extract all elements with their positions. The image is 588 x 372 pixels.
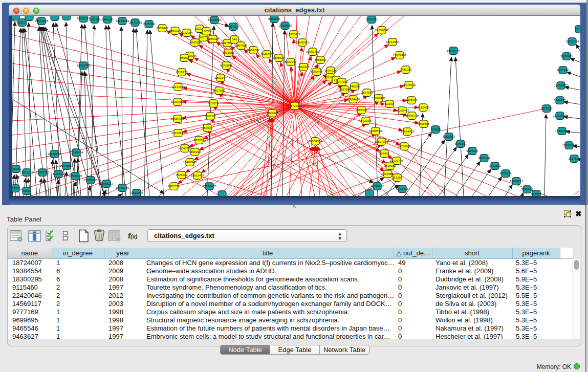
svg-text:17957255: 17957255 (84, 179, 98, 182)
svg-text:8471676: 8471676 (499, 172, 512, 175)
svg-text:10046766: 10046766 (178, 147, 192, 150)
svg-text:16120746: 16120746 (390, 159, 404, 162)
svg-text:9860124: 9860124 (169, 29, 181, 32)
svg-text:12093872: 12093872 (554, 84, 568, 87)
svg-text:18107554: 18107554 (171, 100, 185, 103)
svg-text:3824554: 3824554 (361, 91, 373, 94)
svg-text:924565: 924565 (531, 192, 542, 195)
svg-text:9242848: 9242848 (220, 64, 232, 67)
svg-text:9457791: 9457791 (168, 185, 180, 188)
svg-text:14136141: 14136141 (371, 185, 384, 188)
svg-text:9245652: 9245652 (521, 188, 533, 191)
svg-text:9474444: 9474444 (466, 149, 478, 152)
svg-text:17240: 17240 (291, 104, 299, 107)
svg-text:15751074: 15751074 (565, 40, 579, 43)
svg-text:16782759: 16782759 (116, 186, 129, 189)
svg-text:7357224: 7357224 (227, 25, 239, 28)
svg-text:16154838: 16154838 (375, 29, 389, 32)
svg-text:98961: 98961 (180, 56, 189, 59)
svg-text:9777169: 9777169 (336, 80, 348, 83)
svg-text:7485063: 7485063 (400, 68, 412, 71)
svg-text:746266: 746266 (350, 85, 360, 88)
svg-text:887833: 887833 (194, 139, 205, 142)
svg-text:9146821: 9146821 (260, 53, 273, 56)
svg-text:1588520: 1588520 (273, 56, 285, 59)
svg-text:1562615: 1562615 (297, 65, 310, 69)
svg-text:1733426: 1733426 (396, 187, 408, 190)
svg-text:6966160: 6966160 (101, 18, 114, 21)
svg-text:2803144: 2803144 (214, 76, 227, 79)
svg-text:12213369: 12213369 (171, 85, 185, 89)
svg-text:1527602: 1527602 (89, 18, 101, 21)
svg-text:453594: 453594 (202, 126, 213, 129)
svg-text:8322037: 8322037 (285, 60, 297, 63)
svg-text:20364436: 20364436 (346, 98, 360, 101)
svg-text:20975857: 20975857 (60, 164, 74, 167)
svg-text:18640910: 18640910 (296, 41, 310, 44)
svg-text:6990448: 6990448 (311, 70, 323, 73)
svg-text:11923446: 11923446 (130, 191, 144, 194)
svg-text:9463627: 9463627 (405, 99, 418, 102)
svg-text:2867608: 2867608 (235, 44, 247, 47)
svg-text:10973493: 10973493 (393, 54, 407, 57)
svg-text:19166825: 19166825 (171, 132, 185, 135)
svg-text:19384554: 19384554 (309, 140, 322, 143)
svg-text:16033809: 16033809 (208, 18, 222, 21)
svg-text:19654923: 19654923 (401, 130, 415, 133)
svg-text:13325419: 13325419 (287, 33, 301, 36)
svg-text:3950: 3950 (12, 187, 19, 190)
svg-text:12213967: 12213967 (386, 40, 400, 43)
svg-text:16914479: 16914479 (191, 174, 205, 177)
svg-text:7515526: 7515526 (143, 23, 155, 26)
svg-text:15409949: 15409949 (183, 161, 197, 164)
svg-text:252254: 252254 (392, 176, 403, 179)
svg-text:1167534: 1167534 (569, 157, 580, 160)
svg-text:16058: 16058 (202, 30, 211, 33)
svg-text:917008: 917008 (208, 102, 219, 105)
svg-text:405571: 405571 (17, 21, 28, 24)
svg-text:8912954: 8912954 (181, 31, 193, 34)
svg-text:3215955: 3215955 (540, 107, 553, 110)
svg-text:5267110: 5267110 (205, 115, 217, 118)
svg-text:10958117: 10958117 (100, 182, 114, 185)
svg-text:39153: 39153 (23, 189, 31, 192)
svg-text:6897568: 6897568 (339, 88, 351, 91)
svg-text:20053346: 20053346 (77, 64, 91, 67)
svg-text:1141519: 1141519 (53, 172, 65, 176)
svg-text:16961758: 16961758 (306, 50, 320, 53)
svg-text:908401: 908401 (379, 152, 390, 155)
svg-text:10025433: 10025433 (396, 109, 409, 112)
svg-text:17016504: 17016504 (562, 144, 576, 147)
svg-text:7625402: 7625402 (176, 173, 188, 177)
svg-text:9329966: 9329966 (560, 55, 573, 58)
svg-text:8813054: 8813054 (268, 17, 280, 20)
svg-text:12975115: 12975115 (402, 83, 416, 86)
svg-text:16495798: 16495798 (405, 114, 419, 117)
svg-text:8454749: 8454749 (247, 49, 259, 52)
svg-text:16543382: 16543382 (188, 41, 202, 44)
svg-text:2935114: 2935114 (478, 157, 491, 160)
svg-text:6794028: 6794028 (324, 69, 337, 72)
svg-text:9699695: 9699695 (418, 122, 430, 125)
svg-text:1830027: 1830027 (266, 112, 278, 115)
svg-text:20691406: 20691406 (35, 19, 49, 23)
svg-text:10507487: 10507487 (372, 97, 386, 100)
svg-text:10756928: 10756928 (398, 145, 411, 148)
svg-text:62160: 62160 (385, 102, 394, 105)
svg-text:20206535: 20206535 (48, 152, 61, 156)
svg-text:12505135: 12505135 (69, 174, 82, 178)
svg-text:16648794: 16648794 (447, 49, 461, 52)
svg-text:11172: 11172 (575, 28, 580, 31)
svg-text:7632621: 7632621 (489, 164, 501, 167)
svg-text:2718176: 2718176 (176, 71, 188, 74)
svg-text:9115460: 9115460 (418, 106, 430, 109)
svg-text:9227342: 9227342 (557, 69, 569, 72)
svg-text:18720407: 18720407 (359, 119, 373, 122)
svg-text:7663822: 7663822 (156, 27, 168, 30)
svg-text:1615152: 1615152 (384, 164, 396, 167)
svg-text:2887682: 2887682 (365, 18, 378, 21)
svg-text:8186328: 8186328 (207, 37, 219, 40)
svg-text:1115 6819: 1115 6819 (19, 171, 34, 174)
svg-text:16671355: 16671355 (128, 21, 142, 24)
svg-text:17359924: 17359924 (70, 151, 83, 154)
